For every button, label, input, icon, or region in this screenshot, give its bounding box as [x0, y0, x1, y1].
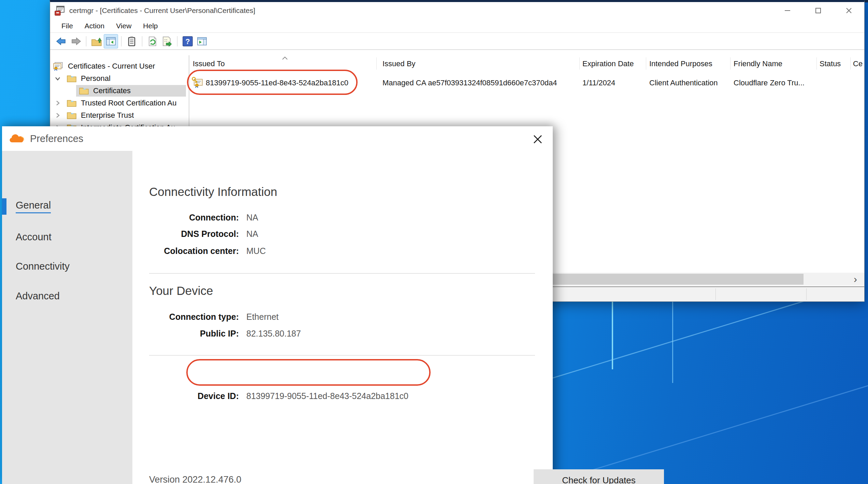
export-list-button[interactable] [160, 34, 174, 48]
tree-item-label: Certificates [93, 86, 131, 95]
list-header: Issued To Issued By Expiration Date Inte… [189, 55, 864, 71]
refresh-button[interactable] [145, 34, 160, 48]
version-text: Version 2022.12.476.0 [149, 474, 241, 484]
help-icon: ? [182, 35, 193, 47]
help-button[interactable]: ? [180, 34, 195, 48]
chevron-down-icon[interactable] [54, 75, 61, 82]
sidebar-item-general[interactable]: General [16, 198, 51, 215]
section-divider [149, 273, 535, 274]
preferences-close-button[interactable] [531, 132, 545, 146]
dns-protocol-row: DNS Protocol: NA [132, 228, 553, 240]
connection-row: Connection: NA [132, 211, 553, 224]
menu-action[interactable]: Action [79, 19, 110, 32]
clipboard-icon [126, 35, 138, 47]
scroll-right-arrow[interactable]: › [849, 273, 862, 286]
sidebar-item-connectivity[interactable]: Connectivity [16, 258, 70, 274]
check-for-updates-button[interactable]: Check for Updates [534, 469, 664, 484]
preferences-sidebar: General Account Connectivity Advanced [2, 151, 132, 484]
column-intended-purposes[interactable]: Intended Purposes [649, 59, 712, 68]
folder-icon [67, 99, 77, 108]
annotation-ellipse-certificate [187, 70, 358, 95]
tree-item-label: Personal [81, 74, 111, 83]
chevron-right-icon[interactable] [54, 100, 61, 106]
console-tree-toggle[interactable] [104, 34, 118, 48]
svg-text:?: ? [185, 37, 190, 46]
minimize-icon [783, 6, 792, 15]
menubar: File Action View Help [50, 19, 864, 33]
forward-icon [70, 35, 82, 47]
close-x-icon [532, 133, 544, 145]
console-tree-icon [105, 35, 117, 47]
certmgr-titlebar[interactable]: certmgr - [Certificates - Current User\P… [50, 2, 864, 19]
column-status[interactable]: Status [820, 59, 841, 68]
tree-item-trusted-root[interactable]: Trusted Root Certification Au [50, 97, 189, 109]
colocation-center-row: Colocation center: MUC [132, 245, 553, 257]
maximize-icon [814, 6, 823, 15]
chevron-right-icon[interactable] [54, 112, 61, 119]
preferences-window: Preferences General Account Connectivity… [2, 126, 553, 484]
export-list-icon [161, 35, 173, 47]
maximize-button[interactable] [803, 2, 834, 19]
tree-selection-highlight [76, 85, 186, 97]
active-tab-indicator [2, 198, 6, 215]
properties-button[interactable] [125, 34, 139, 48]
up-level-button[interactable] [89, 34, 104, 48]
minimize-button[interactable] [772, 2, 803, 19]
folder-icon [67, 111, 77, 120]
close-icon [844, 6, 853, 15]
menu-file[interactable]: File [56, 19, 79, 32]
certificate-store-icon [53, 62, 63, 71]
forward-button[interactable] [69, 34, 83, 48]
cell-intended-purposes: Client Authentication [649, 79, 718, 87]
menu-view[interactable]: View [110, 19, 137, 32]
tree-item-certificates[interactable]: Certificates [50, 85, 189, 97]
cell-friendly-name: Cloudflare Zero Tru... [734, 79, 805, 87]
column-issued-to[interactable]: Issued To [193, 59, 225, 68]
tree-item-personal[interactable]: Personal [50, 72, 189, 85]
device-id-row: Device ID: 81399719-9055-11ed-8e43-524a2… [132, 390, 553, 402]
sort-ascending-icon [281, 56, 288, 60]
column-certificate[interactable]: Ce [853, 59, 863, 68]
connectivity-information-heading: Connectivity Information [149, 185, 277, 199]
desktop: certmgr - [Certificates - Current User\P… [0, 0, 868, 484]
refresh-icon [147, 35, 158, 47]
public-ip-row: Public IP: 82.135.80.187 [132, 327, 553, 340]
tree-item-label: Trusted Root Certification Au [81, 99, 176, 108]
up-level-folder-icon [91, 35, 102, 47]
preferences-title: Preferences [30, 133, 83, 144]
cell-issued-by: Managed CA ae57f03931324f08591d660e7c370… [382, 79, 557, 87]
wallpaper-light-beams [553, 302, 868, 484]
action-pane-toggle[interactable] [195, 34, 209, 48]
annotation-ellipse-device-id [186, 359, 431, 386]
folder-icon [79, 86, 89, 95]
back-button[interactable] [54, 34, 69, 48]
tree-item-enterprise-trust[interactable]: Enterprise Trust [50, 109, 189, 122]
column-friendly-name[interactable]: Friendly Name [734, 59, 782, 68]
menu-help[interactable]: Help [137, 19, 163, 32]
tree-item-certificates-current-user[interactable]: Certificates - Current User [50, 60, 189, 72]
folder-icon [67, 74, 77, 83]
cell-expiration-date: 1/11/2024 [582, 79, 615, 87]
column-expiration-date[interactable]: Expiration Date [582, 59, 634, 68]
preferences-titlebar[interactable]: Preferences [2, 126, 553, 151]
sidebar-item-advanced[interactable]: Advanced [16, 288, 60, 304]
certmgr-app-icon [54, 5, 65, 16]
window-title: certmgr - [Certificates - Current User\P… [69, 6, 255, 15]
close-button[interactable] [834, 2, 864, 19]
toolbar: ? [50, 33, 864, 50]
sidebar-item-account[interactable]: Account [16, 229, 52, 245]
tree-item-label: Enterprise Trust [81, 111, 134, 120]
preferences-content: Connectivity Information Connection: NA … [132, 151, 553, 484]
back-icon [56, 35, 67, 47]
connection-type-row: Connection type: Ethernet [132, 311, 553, 323]
column-issued-by[interactable]: Issued By [382, 59, 416, 68]
cloudflare-logo-icon [9, 133, 25, 144]
section-divider [149, 355, 535, 356]
action-pane-icon [196, 35, 208, 47]
your-device-heading: Your Device [149, 284, 213, 298]
tree-item-label: Certificates - Current User [68, 62, 155, 71]
